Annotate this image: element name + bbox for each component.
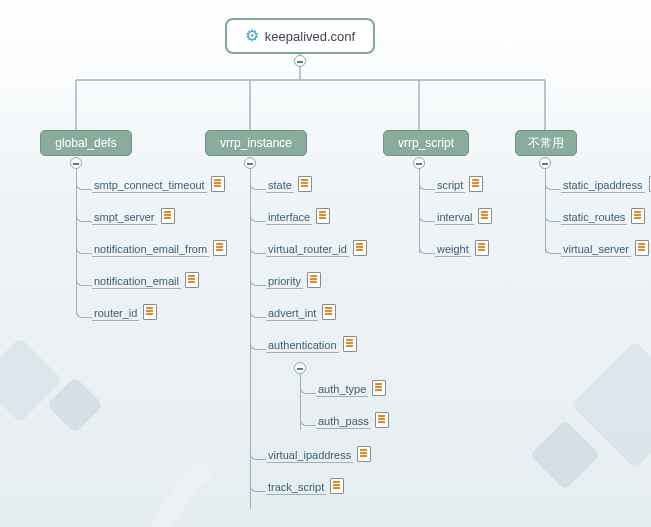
leaf-label: notification_email_from [92,243,209,257]
collapse-handle-vrrp-script[interactable] [413,157,425,169]
leaf-auth-type[interactable]: auth_type [316,377,386,397]
section-label: vrrp_script [398,136,454,150]
leaf-label: virtual_router_id [266,243,349,257]
leaf-smtp-connect-timeout[interactable]: smtp_connect_timeout [92,173,225,193]
leaf-label: advert_int [266,307,318,321]
document-icon [353,240,367,256]
connector-elbow [76,212,92,222]
leaf-virtual-router-id[interactable]: virtual_router_id [266,237,367,257]
gear-icon: ⚙ [245,28,259,44]
document-icon [330,478,344,494]
stem [76,169,77,315]
document-icon [307,272,321,288]
connector-elbow [545,180,561,190]
leaf-label: smpt_server [92,211,157,225]
leaf-label: virtual_server [561,243,631,257]
leaf-label: router_id [92,307,139,321]
collapse-handle-infrequent[interactable] [539,157,551,169]
document-icon [635,240,649,256]
leaf-static-ipaddress[interactable]: static_ipaddress [561,173,651,193]
section-label: 不常用 [528,135,564,152]
section-infrequent[interactable]: 不常用 [515,130,577,156]
section-global-defs[interactable]: global_defs [40,130,132,156]
document-icon [322,304,336,320]
document-icon [469,176,483,192]
leaf-interface[interactable]: interface [266,205,330,225]
connector-elbow [250,180,266,190]
connector-elbow [250,212,266,222]
connector-elbow [76,308,92,318]
section-vrrp-instance[interactable]: vrrp_instance [205,130,307,156]
document-icon [343,336,357,352]
leaf-label: virtual_ipaddress [266,449,353,463]
leaf-label: track_script [266,481,326,495]
leaf-label: priority [266,275,303,289]
section-label: global_defs [55,136,116,150]
leaf-authentication[interactable]: authentication [266,333,357,353]
leaf-label: static_routes [561,211,627,225]
document-icon [478,208,492,224]
connector-elbow [76,180,92,190]
connector-elbow [300,416,316,426]
leaf-smpt-server[interactable]: smpt_server [92,205,175,225]
leaf-notification-email[interactable]: notification_email [92,269,199,289]
leaf-virtual-server[interactable]: virtual_server [561,237,649,257]
leaf-notification-email-from[interactable]: notification_email_from [92,237,227,257]
connector-elbow [250,482,266,492]
document-icon [375,412,389,428]
document-icon [372,380,386,396]
connector-elbow [419,180,435,190]
root-node[interactable]: ⚙ keepalived.conf [225,18,375,54]
leaf-label: authentication [266,339,339,353]
document-icon [211,176,225,192]
connector-elbow [250,450,266,460]
leaf-script[interactable]: script [435,173,483,193]
collapse-handle-global-defs[interactable] [70,157,82,169]
leaf-label: auth_type [316,383,368,397]
connector-elbow [419,212,435,222]
section-vrrp-script[interactable]: vrrp_script [383,130,469,156]
connector-elbow [250,308,266,318]
leaf-router-id[interactable]: router_id [92,301,157,321]
document-icon [475,240,489,256]
leaf-advert-int[interactable]: advert_int [266,301,336,321]
leaf-label: auth_pass [316,415,371,429]
connector-elbow [250,244,266,254]
document-icon [298,176,312,192]
connector-elbow [545,244,561,254]
connector-elbow [250,276,266,286]
leaf-label: state [266,179,294,193]
collapse-handle-vrrp-instance[interactable] [244,157,256,169]
leaf-label: interface [266,211,312,225]
leaf-interval[interactable]: interval [435,205,492,225]
connector-elbow [76,276,92,286]
leaf-static-routes[interactable]: static_routes [561,205,645,225]
root-title: keepalived.conf [265,29,355,44]
document-icon [357,446,371,462]
document-icon [213,240,227,256]
leaf-track-script[interactable]: track_script [266,475,344,495]
connector-elbow [545,212,561,222]
document-icon [185,272,199,288]
connector-elbow [76,244,92,254]
collapse-handle-root[interactable] [294,55,306,67]
collapse-handle-authentication[interactable] [294,362,306,374]
leaf-priority[interactable]: priority [266,269,321,289]
connector-elbow [250,340,266,350]
leaf-label: static_ipaddress [561,179,645,193]
leaf-state[interactable]: state [266,173,312,193]
leaf-weight[interactable]: weight [435,237,489,257]
leaf-label: weight [435,243,471,257]
leaf-auth-pass[interactable]: auth_pass [316,409,389,429]
connector-elbow [419,244,435,254]
document-icon [161,208,175,224]
leaf-label: smtp_connect_timeout [92,179,207,193]
leaf-label: notification_email [92,275,181,289]
section-label: vrrp_instance [220,136,292,150]
connector-elbow [300,384,316,394]
document-icon [631,208,645,224]
leaf-label: interval [435,211,474,225]
leaf-virtual-ipaddress[interactable]: virtual_ipaddress [266,443,371,463]
document-icon [316,208,330,224]
leaf-label: script [435,179,465,193]
